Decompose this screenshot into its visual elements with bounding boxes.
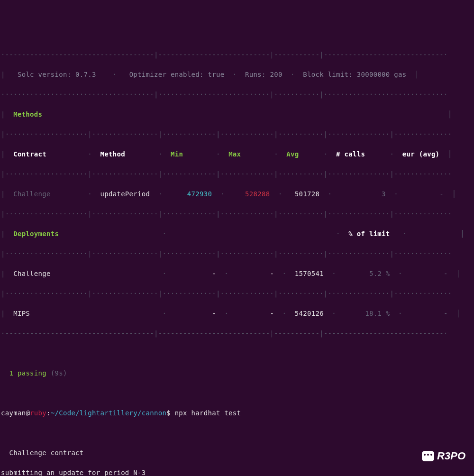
test-log-line: submitting an update for period N-3	[1, 468, 473, 476]
test-suite-title: Challenge contract	[1, 448, 473, 458]
table-separator: |····················|················|·…	[1, 289, 473, 299]
table-separator: |····················|················|·…	[1, 209, 473, 219]
watermark-text: R3PO	[437, 448, 465, 464]
methods-header: | Methods │	[1, 110, 473, 119]
columns-header: | Contract · Method · Min · Max · Avg · …	[1, 149, 473, 159]
table-separator: ·------------------------------------|--…	[1, 329, 473, 339]
table-separator: ·------------------------------------|--…	[1, 50, 473, 60]
deploy-row: | MIPS · - · - · 5420126 · 18.1 % · - │	[1, 309, 473, 319]
deploy-row: | Challenge · - · - · 1570541 · 5.2 % · …	[1, 269, 473, 279]
terminal-output: ·------------------------------------|--…	[0, 40, 474, 476]
command-text: npx hardhat test	[175, 409, 241, 417]
blank	[1, 388, 473, 398]
table-separator: |····················|················|·…	[1, 169, 473, 179]
method-row: | Challenge · updatePeriod · 472930 · 52…	[1, 189, 473, 199]
wechat-icon	[422, 451, 434, 461]
table-separator: ·····································|··…	[1, 90, 473, 100]
table-separator: |····················|················|·…	[1, 129, 473, 139]
gas-header-row: | Solc version: 0.7.3 · Optimizer enable…	[1, 70, 473, 80]
deployments-header: | Deployments · · % of limit · │	[1, 229, 473, 239]
table-separator: |····················|················|·…	[1, 249, 473, 259]
watermark: R3PO	[422, 448, 465, 464]
shell-prompt[interactable]: cayman@ruby:~/Code/lightartillery/cannon…	[1, 408, 473, 418]
blank	[1, 428, 473, 438]
passing-line: 1 passing (9s)	[1, 368, 473, 378]
blank	[1, 348, 473, 358]
